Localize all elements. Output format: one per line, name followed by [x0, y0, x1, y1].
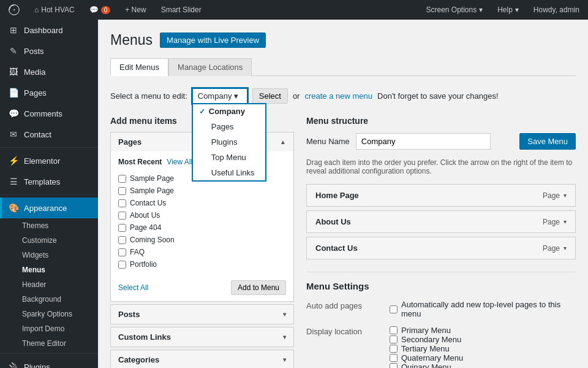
select-all-link[interactable]: Select All [118, 283, 148, 292]
display-location-row: Display location Primary Menu Secondary … [306, 326, 576, 368]
sidebar-item-comments[interactable]: 💬 Comments [0, 103, 98, 124]
tab-manage-locations[interactable]: Manage Locations [168, 58, 252, 76]
live-preview-btn[interactable]: Manage with Live Preview [160, 33, 266, 48]
sidebar-item-pages[interactable]: 📄 Pages [0, 82, 98, 103]
page-checkbox-portfolio[interactable] [118, 261, 126, 269]
page-checkbox-faq[interactable] [118, 248, 126, 256]
most-recent-tab[interactable]: Most Recent [118, 158, 162, 166]
sidebar-sub-themes[interactable]: Themes [0, 218, 98, 233]
page-checkbox-coming-soon[interactable] [118, 236, 126, 244]
sidebar-item-dashboard[interactable]: ⊞ Dashboard [0, 20, 98, 40]
howdy-btn[interactable]: Howdy, admin [530, 0, 583, 20]
wp-logo-btn[interactable] [5, 0, 23, 20]
tab-edit-menus[interactable]: Edit Menus [110, 58, 168, 76]
sidebar-item-plugins[interactable]: 🔌 Plugins [0, 356, 98, 368]
site-name: Hot HVAC [41, 6, 74, 14]
sidebar-sub-sparky[interactable]: Sparky Options [0, 307, 98, 321]
howdy-text: Howdy, admin [533, 6, 579, 14]
menu-item-about[interactable]: About Us Page ▾ [306, 210, 576, 233]
smart-slider-btn[interactable]: Smart Slider [157, 0, 205, 20]
menu-layout: Add menu items Pages ▲ Most Recent View … [110, 116, 576, 368]
custom-links-accordion-header[interactable]: Custom Links ▾ [111, 328, 293, 347]
sidebar-sub-import[interactable]: Import Demo [0, 321, 98, 336]
menu-name-input[interactable] [356, 133, 491, 150]
dropdown-option-company[interactable]: ✓ Company [193, 104, 265, 119]
page-checkbox-contact[interactable] [118, 199, 126, 207]
sidebar-item-media[interactable]: 🖼 Media [0, 61, 98, 82]
sidebar-item-templates[interactable]: ☰ Templates [0, 171, 98, 192]
page-checkbox-sample1[interactable] [118, 175, 126, 183]
chevron-down-icon[interactable]: ▾ [564, 245, 567, 251]
tertiary-menu-label[interactable]: Tertiary Menu [390, 344, 463, 353]
menu-item-home[interactable]: Home Page Page ▾ [306, 184, 576, 207]
select-menu-text: Select a menu to edit: [110, 91, 187, 101]
new-content-btn[interactable]: + New [121, 0, 149, 20]
location-text: Quaternary Menu [401, 353, 463, 362]
primary-menu-label[interactable]: Primary Menu [390, 326, 463, 335]
sidebar-sub-header[interactable]: Header [0, 277, 98, 292]
chevron-down-icon[interactable]: ▾ [564, 192, 567, 199]
chevron-down-icon[interactable]: ▾ [564, 218, 567, 225]
page-checkbox-sample2[interactable] [118, 187, 126, 195]
menu-structure-panel: Menu structure Menu Name Save Menu Drag … [306, 116, 576, 368]
sidebar-item-elementor[interactable]: ⚡ Elementor [0, 150, 98, 171]
site-icon: ⌂ [34, 6, 39, 14]
page-label: Sample Page [130, 174, 174, 183]
sidebar-item-label: Contact [24, 130, 51, 139]
sidebar-sub-background[interactable]: Background [0, 292, 98, 307]
page-type-label: Page [543, 191, 560, 200]
quinary-menu-label[interactable]: Quinary Menu [390, 362, 463, 368]
add-to-menu-btn[interactable]: Add to Menu [231, 280, 286, 295]
secondary-menu-checkbox[interactable] [390, 335, 398, 343]
save-menu-btn-top[interactable]: Save Menu [519, 133, 576, 150]
select-menu-btn[interactable]: Select [252, 88, 288, 104]
auto-add-checkbox[interactable] [390, 305, 398, 313]
sidebar-item-label: Dashboard [24, 26, 63, 35]
auto-add-value: Automatically add new top-level pages to… [390, 300, 576, 318]
page-type-label: Page [543, 244, 560, 253]
dropdown-option-useful-links[interactable]: Useful Links [193, 165, 265, 180]
primary-menu-checkbox[interactable] [390, 326, 398, 334]
dropdown-option-top-menu[interactable]: Top Menu [193, 150, 265, 165]
menu-separator [0, 147, 98, 148]
dropdown-menu: ✓ Company Pages Plugins [192, 104, 266, 181]
site-name-btn[interactable]: ⌂ Hot HVAC [31, 0, 78, 20]
comment-count: 0 [101, 6, 111, 14]
page-checkbox-404[interactable] [118, 224, 126, 232]
dropdown-option-plugins[interactable]: Plugins [193, 134, 265, 150]
tabs-wrapper: Edit Menus Manage Locations [110, 58, 576, 76]
dropdown-option-pages[interactable]: Pages [193, 119, 265, 134]
sidebar-sub-widgets[interactable]: Widgets [0, 248, 98, 263]
comments-btn[interactable]: 💬 0 [86, 0, 115, 20]
sidebar-item-contact[interactable]: ✉ Contact [0, 124, 98, 145]
categories-accordion-header[interactable]: Categories ▾ [111, 350, 293, 368]
create-new-menu-link[interactable]: create a new menu [304, 91, 372, 101]
page-label: Coming Soon [130, 236, 175, 244]
pages-accordion-footer: Select All Add to Menu [111, 277, 293, 301]
page-item-sample2: Sample Page [118, 185, 286, 197]
quinary-menu-checkbox[interactable] [390, 363, 398, 368]
menu-item-contact[interactable]: Contact Us Page ▾ [306, 237, 576, 259]
help-btn[interactable]: Help ▾ [494, 0, 522, 20]
screen-options-btn[interactable]: Screen Options ▾ [422, 0, 486, 20]
auto-add-checkbox-label[interactable]: Automatically add new top-level pages to… [390, 300, 576, 318]
comments-icon: 💬 [8, 108, 19, 119]
quaternary-menu-label[interactable]: Quaternary Menu [390, 353, 463, 362]
sidebar-sub-theme-editor[interactable]: Theme Editor [0, 336, 98, 351]
sidebar-item-appearance[interactable]: 🎨 Appearance [0, 197, 98, 218]
sidebar-item-posts[interactable]: ✎ Posts [0, 40, 98, 61]
tertiary-menu-checkbox[interactable] [390, 345, 398, 353]
dropdown-trigger[interactable]: Company ▾ [192, 88, 247, 104]
page-checkbox-about[interactable] [118, 212, 126, 220]
quaternary-menu-checkbox[interactable] [390, 354, 398, 362]
drag-instruction: Drag each item into the order you prefer… [306, 158, 576, 175]
secondary-menu-label[interactable]: Secondary Menu [390, 335, 463, 344]
posts-accordion-header[interactable]: Posts ▾ [111, 305, 293, 324]
menu-item-type: Page ▾ [543, 218, 567, 226]
sidebar: ⊞ Dashboard ✎ Posts 🖼 Media 📄 Pages 💬 Co… [0, 20, 98, 368]
page-label: Portfolio [130, 260, 157, 269]
view-all-tab[interactable]: View All [167, 158, 192, 166]
sidebar-sub-menus[interactable]: Menus [0, 263, 98, 277]
sidebar-sub-customize[interactable]: Customize [0, 233, 98, 248]
menu-dropdown[interactable]: Company ▾ ✓ Company Pages [192, 88, 247, 104]
